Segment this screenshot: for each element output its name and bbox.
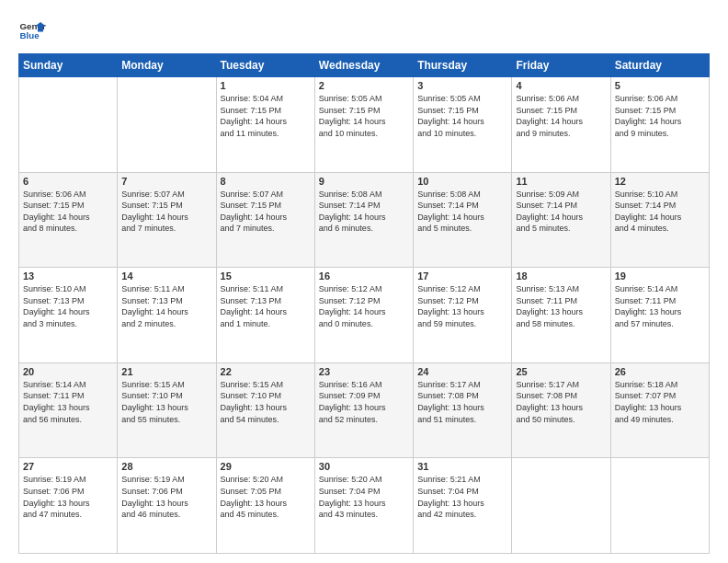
day-info: Sunrise: 5:07 AM Sunset: 7:15 PM Dayligh…: [221, 189, 311, 235]
calendar-cell: 26Sunrise: 5:18 AM Sunset: 7:07 PM Dayli…: [610, 362, 709, 458]
calendar-cell: 24Sunrise: 5:17 AM Sunset: 7:08 PM Dayli…: [414, 362, 512, 458]
calendar-cell: 12Sunrise: 5:10 AM Sunset: 7:14 PM Dayli…: [610, 172, 709, 268]
day-number: 20: [23, 366, 113, 377]
calendar-cell: 25Sunrise: 5:17 AM Sunset: 7:08 PM Dayli…: [512, 362, 610, 458]
calendar-cell: 2Sunrise: 5:05 AM Sunset: 7:15 PM Daylig…: [314, 77, 413, 173]
calendar-cell: 11Sunrise: 5:09 AM Sunset: 7:14 PM Dayli…: [512, 172, 610, 268]
calendar-table: SundayMondayTuesdayWednesdayThursdayFrid…: [18, 53, 710, 554]
day-number: 7: [121, 176, 211, 187]
day-info: Sunrise: 5:08 AM Sunset: 7:14 PM Dayligh…: [417, 189, 507, 235]
day-info: Sunrise: 5:11 AM Sunset: 7:13 PM Dayligh…: [221, 283, 311, 329]
weekday-header-tuesday: Tuesday: [216, 54, 314, 77]
day-info: Sunrise: 5:10 AM Sunset: 7:14 PM Dayligh…: [615, 189, 705, 235]
calendar-cell: 18Sunrise: 5:13 AM Sunset: 7:11 PM Dayli…: [512, 268, 610, 363]
day-number: 23: [319, 366, 409, 377]
day-number: 5: [615, 80, 705, 91]
day-info: Sunrise: 5:09 AM Sunset: 7:14 PM Dayligh…: [516, 189, 606, 235]
day-info: Sunrise: 5:06 AM Sunset: 7:15 PM Dayligh…: [615, 93, 705, 139]
svg-text:Blue: Blue: [20, 30, 40, 40]
day-number: 31: [417, 461, 507, 472]
calendar-cell: 19Sunrise: 5:14 AM Sunset: 7:11 PM Dayli…: [610, 268, 709, 363]
calendar-cell: 14Sunrise: 5:11 AM Sunset: 7:13 PM Dayli…: [118, 268, 216, 363]
calendar-cell: 6Sunrise: 5:06 AM Sunset: 7:15 PM Daylig…: [19, 172, 118, 268]
calendar-cell: 9Sunrise: 5:08 AM Sunset: 7:14 PM Daylig…: [314, 172, 413, 268]
header: General Blue: [18, 17, 710, 44]
calendar-cell: 7Sunrise: 5:07 AM Sunset: 7:15 PM Daylig…: [118, 172, 216, 268]
day-info: Sunrise: 5:19 AM Sunset: 7:06 PM Dayligh…: [121, 474, 211, 520]
calendar-week-1: 1Sunrise: 5:04 AM Sunset: 7:15 PM Daylig…: [19, 77, 710, 173]
day-number: 8: [221, 176, 311, 187]
day-number: 17: [417, 270, 507, 282]
day-info: Sunrise: 5:13 AM Sunset: 7:11 PM Dayligh…: [516, 283, 606, 329]
day-info: Sunrise: 5:10 AM Sunset: 7:13 PM Dayligh…: [23, 283, 113, 329]
day-number: 30: [319, 461, 409, 472]
calendar-cell: [118, 77, 216, 173]
calendar-cell: 30Sunrise: 5:20 AM Sunset: 7:04 PM Dayli…: [314, 458, 413, 554]
calendar-cell: 21Sunrise: 5:15 AM Sunset: 7:10 PM Dayli…: [118, 362, 216, 458]
day-info: Sunrise: 5:12 AM Sunset: 7:12 PM Dayligh…: [319, 283, 409, 329]
day-number: 22: [221, 366, 311, 377]
day-number: 6: [23, 176, 113, 187]
day-info: Sunrise: 5:15 AM Sunset: 7:10 PM Dayligh…: [121, 379, 211, 425]
calendar-cell: 23Sunrise: 5:16 AM Sunset: 7:09 PM Dayli…: [314, 362, 413, 458]
calendar-cell: 1Sunrise: 5:04 AM Sunset: 7:15 PM Daylig…: [216, 77, 314, 173]
day-info: Sunrise: 5:07 AM Sunset: 7:15 PM Dayligh…: [121, 189, 211, 235]
day-number: 13: [23, 270, 113, 282]
day-number: 9: [319, 176, 409, 187]
weekday-header-friday: Friday: [512, 54, 610, 77]
day-number: 24: [417, 366, 507, 377]
day-info: Sunrise: 5:06 AM Sunset: 7:15 PM Dayligh…: [23, 189, 113, 235]
day-info: Sunrise: 5:16 AM Sunset: 7:09 PM Dayligh…: [319, 379, 409, 425]
day-info: Sunrise: 5:14 AM Sunset: 7:11 PM Dayligh…: [23, 379, 113, 425]
day-number: 10: [417, 176, 507, 187]
day-info: Sunrise: 5:19 AM Sunset: 7:06 PM Dayligh…: [23, 474, 113, 520]
calendar-cell: 29Sunrise: 5:20 AM Sunset: 7:05 PM Dayli…: [216, 458, 314, 554]
calendar-cell: [610, 458, 709, 554]
day-info: Sunrise: 5:06 AM Sunset: 7:15 PM Dayligh…: [516, 93, 606, 139]
calendar-week-4: 20Sunrise: 5:14 AM Sunset: 7:11 PM Dayli…: [19, 362, 710, 458]
day-info: Sunrise: 5:08 AM Sunset: 7:14 PM Dayligh…: [319, 189, 409, 235]
day-number: 2: [319, 80, 409, 91]
calendar-cell: 3Sunrise: 5:05 AM Sunset: 7:15 PM Daylig…: [414, 77, 512, 173]
day-number: 19: [615, 270, 705, 282]
calendar-cell: 15Sunrise: 5:11 AM Sunset: 7:13 PM Dayli…: [216, 268, 314, 363]
day-number: 11: [516, 176, 606, 187]
calendar-cell: 10Sunrise: 5:08 AM Sunset: 7:14 PM Dayli…: [414, 172, 512, 268]
logo: General Blue: [18, 17, 46, 44]
day-number: 16: [319, 270, 409, 282]
calendar-cell: 22Sunrise: 5:15 AM Sunset: 7:10 PM Dayli…: [216, 362, 314, 458]
day-number: 4: [516, 80, 606, 91]
day-info: Sunrise: 5:20 AM Sunset: 7:05 PM Dayligh…: [221, 474, 311, 520]
day-info: Sunrise: 5:05 AM Sunset: 7:15 PM Dayligh…: [319, 93, 409, 139]
weekday-header-thursday: Thursday: [414, 54, 512, 77]
day-number: 29: [221, 461, 311, 472]
calendar-cell: 20Sunrise: 5:14 AM Sunset: 7:11 PM Dayli…: [19, 362, 118, 458]
day-number: 26: [615, 366, 705, 377]
day-number: 14: [121, 270, 211, 282]
day-number: 28: [121, 461, 211, 472]
day-info: Sunrise: 5:11 AM Sunset: 7:13 PM Dayligh…: [121, 283, 211, 329]
day-info: Sunrise: 5:12 AM Sunset: 7:12 PM Dayligh…: [417, 283, 507, 329]
day-number: 3: [417, 80, 507, 91]
day-info: Sunrise: 5:05 AM Sunset: 7:15 PM Dayligh…: [417, 93, 507, 139]
logo-icon: General Blue: [18, 17, 46, 44]
page: General Blue SundayMondayTuesdayWednesda…: [0, 0, 728, 563]
day-number: 21: [121, 366, 211, 377]
day-info: Sunrise: 5:04 AM Sunset: 7:15 PM Dayligh…: [221, 93, 311, 139]
calendar-cell: 16Sunrise: 5:12 AM Sunset: 7:12 PM Dayli…: [314, 268, 413, 363]
day-info: Sunrise: 5:18 AM Sunset: 7:07 PM Dayligh…: [615, 379, 705, 425]
calendar-week-3: 13Sunrise: 5:10 AM Sunset: 7:13 PM Dayli…: [19, 268, 710, 363]
day-info: Sunrise: 5:20 AM Sunset: 7:04 PM Dayligh…: [319, 474, 409, 520]
weekday-header-wednesday: Wednesday: [314, 54, 413, 77]
day-info: Sunrise: 5:17 AM Sunset: 7:08 PM Dayligh…: [516, 379, 606, 425]
calendar-cell: [19, 77, 118, 173]
calendar-cell: 31Sunrise: 5:21 AM Sunset: 7:04 PM Dayli…: [414, 458, 512, 554]
day-number: 27: [23, 461, 113, 472]
weekday-header-sunday: Sunday: [19, 54, 118, 77]
day-number: 12: [615, 176, 705, 187]
weekday-header-row: SundayMondayTuesdayWednesdayThursdayFrid…: [19, 54, 710, 77]
calendar-cell: 13Sunrise: 5:10 AM Sunset: 7:13 PM Dayli…: [19, 268, 118, 363]
calendar-week-5: 27Sunrise: 5:19 AM Sunset: 7:06 PM Dayli…: [19, 458, 710, 554]
calendar-week-2: 6Sunrise: 5:06 AM Sunset: 7:15 PM Daylig…: [19, 172, 710, 268]
calendar-cell: 5Sunrise: 5:06 AM Sunset: 7:15 PM Daylig…: [610, 77, 709, 173]
